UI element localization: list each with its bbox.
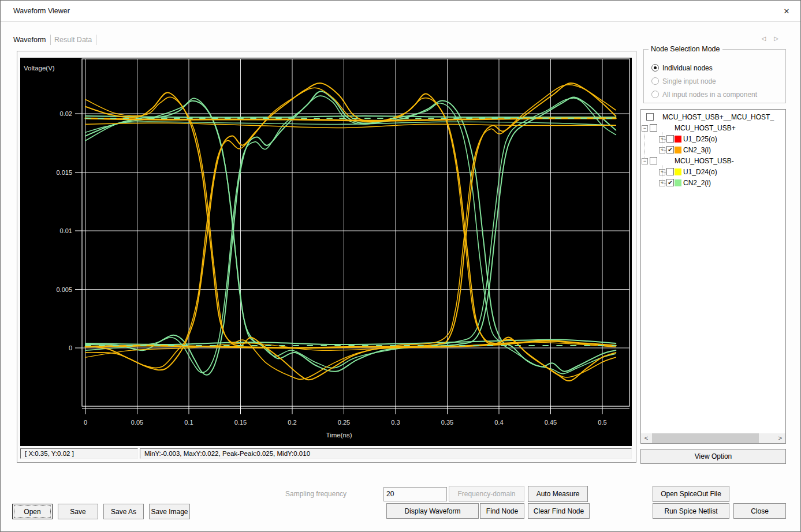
scroll-left-icon[interactable]: < <box>642 434 651 443</box>
tab-scroll-left-icon[interactable]: ◁ <box>762 35 774 42</box>
x-tick-label: 0.25 <box>338 419 350 426</box>
y-axis-title: Voltage(V) <box>24 65 55 72</box>
x-tick-label: 0.45 <box>545 419 557 426</box>
title-bar: Waveform Viewer ✕ <box>1 1 800 22</box>
x-axis-title: Time(ns) <box>326 432 352 439</box>
frequency-domain-button[interactable]: Frequency-domain <box>449 486 524 502</box>
tree-horizontal-scrollbar[interactable]: < > <box>641 433 785 443</box>
cursor-position-status: [ X:0.35, Y:0.02 ] <box>20 448 138 459</box>
radio-icon <box>651 77 659 85</box>
tree-item-label[interactable]: MCU_HOST_USB- <box>675 157 734 165</box>
tree-connector <box>662 165 662 183</box>
radio-option-0[interactable]: Individual nodes <box>651 62 713 72</box>
collapse-icon[interactable]: − <box>642 158 648 164</box>
checkbox-checked[interactable]: ✔ <box>666 146 674 153</box>
close-icon[interactable]: ✕ <box>781 6 792 17</box>
tree-connector <box>662 150 666 151</box>
checkbox-unchecked[interactable] <box>650 157 657 164</box>
plot-status-row: [ X:0.35, Y:0.02 ] MinY:-0.003, MaxY:0.0… <box>20 448 632 459</box>
checkbox-unchecked[interactable] <box>646 113 654 121</box>
waveform-trace-CN2_3(i) <box>85 88 616 377</box>
radio-icon[interactable] <box>651 64 659 72</box>
window-title: Waveform Viewer <box>13 7 70 15</box>
waveform-trace-CN2_2(i) <box>85 98 616 372</box>
color-swatch <box>675 179 681 186</box>
find-node-button[interactable]: Find Node <box>480 503 524 519</box>
tree-connector <box>644 131 645 159</box>
waveform-trace-CN2_2(i) <box>85 98 616 368</box>
y-tick-label: 0.005 <box>56 286 72 293</box>
y-tick-label: 0.02 <box>60 110 72 117</box>
auto-measure-button[interactable]: Auto Measure <box>528 486 588 502</box>
x-tick-label: 0.5 <box>598 419 606 426</box>
color-swatch <box>675 168 681 175</box>
display-waveform-button[interactable]: Display Waveform <box>386 503 479 519</box>
tree-item-label[interactable]: CN2_2(i) <box>683 179 711 187</box>
tree-item-label[interactable]: MCU_HOST_USB+ <box>675 124 736 132</box>
tree-item-label[interactable]: MCU_HOST_USB+__MCU_HOST_ <box>662 113 774 121</box>
tree-item-label[interactable]: CN2_3(i) <box>683 146 711 154</box>
tab-waveform[interactable]: Waveform <box>13 35 51 45</box>
tree-item-label[interactable]: U1_D25(o) <box>683 135 717 143</box>
scrollbar-thumb[interactable] <box>652 433 759 443</box>
tree-item-MCU_HOST_USB+[interactable]: −MCU_HOST_USB+ <box>641 123 785 134</box>
save-button[interactable]: Save <box>58 504 98 519</box>
waveform-trace-CN2_2(i) <box>85 96 616 374</box>
measurement-status: MinY:-0.003, MaxY:0.022, Peak-Peak:0.025… <box>140 448 632 459</box>
y-tick-label: 0.015 <box>56 169 72 176</box>
radio-label: Single input node <box>662 77 716 85</box>
tab-scroll-arrows: ◁▷ <box>762 35 787 42</box>
radio-icon <box>651 91 659 98</box>
view-option-button[interactable]: View Option <box>640 449 786 464</box>
waveform-viewer-window: Waveform Viewer ✕ Waveform Result Data ◁… <box>0 0 801 532</box>
open-button[interactable]: Open <box>12 504 53 519</box>
eye-diagram-svg: 00.050.10.150.20.250.30.350.40.450.50.02… <box>20 58 632 446</box>
sampling-frequency-input[interactable]: 20 <box>383 487 447 501</box>
scroll-right-icon[interactable]: > <box>776 434 785 443</box>
tab-result-data[interactable]: Result Data <box>54 35 96 45</box>
tree-item-MCU_HOST_USB-[interactable]: −MCU_HOST_USB- <box>641 156 785 167</box>
color-swatch <box>675 147 681 153</box>
x-tick-label: 0.4 <box>494 419 503 426</box>
sampling-frequency-label: Sampling frequency <box>285 490 347 498</box>
node-selection-mode-group: Node Selection Mode Individual nodesSing… <box>643 49 786 103</box>
radio-label: Individual nodes <box>662 64 713 72</box>
clear-find-node-button[interactable]: Clear Find Node <box>528 503 590 519</box>
radio-label: All input nodes in a component <box>662 91 757 99</box>
y-tick-label: 0.01 <box>60 227 72 234</box>
save-as-button[interactable]: Save As <box>103 504 144 519</box>
tab-scroll-right-icon[interactable]: ▷ <box>774 35 787 42</box>
tree-connector <box>662 139 666 140</box>
x-tick-label: 0.05 <box>131 419 143 426</box>
tree-connector <box>662 132 662 150</box>
checkbox-unchecked[interactable] <box>666 135 674 143</box>
waveform-trace-CN2_2(i) <box>85 91 616 375</box>
x-tick-label: 0.2 <box>288 419 296 426</box>
checkbox-unchecked[interactable] <box>650 124 657 132</box>
waveform-plot[interactable]: 00.050.10.150.20.250.30.350.40.450.50.02… <box>20 58 632 446</box>
x-tick-label: 0.35 <box>441 419 453 426</box>
tree-connector <box>662 183 666 183</box>
x-tick-label: 0.1 <box>184 419 193 426</box>
open-spiceout-file-button[interactable]: Open SpiceOut File <box>653 486 729 502</box>
x-tick-label: 0.15 <box>234 419 247 426</box>
waveform-trace-CN2_3(i) <box>85 123 616 128</box>
tree-item-label[interactable]: U1_D24(o) <box>683 168 717 176</box>
x-tick-label: 0 <box>84 419 87 426</box>
run-spice-netlist-button[interactable]: Run Spice Netlist <box>653 503 729 519</box>
waveform-trace-CN2_3(i) <box>85 85 616 380</box>
node-selection-mode-title: Node Selection Mode <box>649 45 722 53</box>
checkbox-checked[interactable]: ✔ <box>666 179 674 186</box>
tab-strip: Waveform Result Data <box>13 34 98 47</box>
x-tick-label: 0.3 <box>391 419 400 426</box>
plot-container: 00.050.10.150.20.250.30.350.40.450.50.02… <box>17 51 636 463</box>
node-tree-panel: MCU_HOST_USB+__MCU_HOST_−MCU_HOST_USB++U… <box>640 109 786 444</box>
tree-item-MCU_HOST_USB+__MCU_HOST_[interactable]: MCU_HOST_USB+__MCU_HOST_ <box>641 112 785 123</box>
tree-connector <box>662 172 666 173</box>
radio-option-1: Single input node <box>651 76 716 85</box>
color-swatch <box>675 136 681 143</box>
checkbox-unchecked[interactable] <box>666 168 674 175</box>
radio-option-2: All input nodes in a component <box>651 89 757 98</box>
save-image-button[interactable]: Save Image <box>149 504 190 519</box>
close-button[interactable]: Close <box>733 503 786 519</box>
